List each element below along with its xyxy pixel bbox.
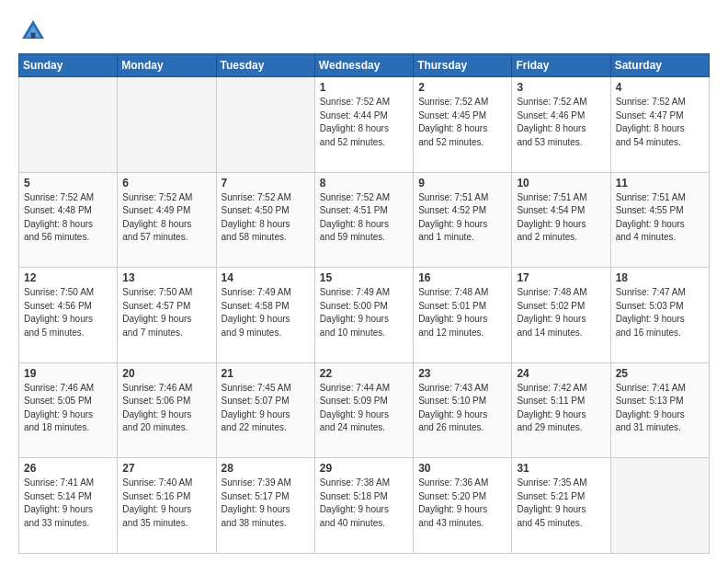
cell-content: Sunrise: 7:42 AM Sunset: 5:11 PM Dayligh…: [517, 382, 605, 435]
weekday-header-wednesday: Wednesday: [314, 54, 413, 77]
cell-content: Sunrise: 7:38 AM Sunset: 5:18 PM Dayligh…: [320, 477, 408, 530]
cell-content: Sunrise: 7:52 AM Sunset: 4:47 PM Dayligh…: [616, 96, 704, 149]
cell-content: Sunrise: 7:51 AM Sunset: 4:52 PM Dayligh…: [418, 191, 506, 245]
day-number: 12: [24, 271, 112, 284]
cell-content: Sunrise: 7:50 AM Sunset: 4:57 PM Dayligh…: [122, 286, 210, 339]
cell-content: Sunrise: 7:49 AM Sunset: 4:58 PM Dayligh…: [222, 286, 310, 339]
calendar-cell: 24Sunrise: 7:42 AM Sunset: 5:11 PM Dayli…: [512, 362, 610, 458]
calendar-cell: 13Sunrise: 7:50 AM Sunset: 4:57 PM Dayli…: [118, 268, 216, 363]
day-number: 29: [320, 462, 408, 475]
day-number: 7: [222, 177, 310, 190]
cell-content: Sunrise: 7:52 AM Sunset: 4:48 PM Dayligh…: [24, 191, 112, 245]
day-number: 4: [616, 81, 704, 94]
cell-content: Sunrise: 7:40 AM Sunset: 5:16 PM Dayligh…: [122, 477, 210, 530]
cell-content: Sunrise: 7:46 AM Sunset: 5:05 PM Dayligh…: [24, 382, 112, 435]
day-number: 20: [122, 367, 210, 380]
calendar-cell: [610, 458, 709, 554]
calendar-cell: 3Sunrise: 7:52 AM Sunset: 4:46 PM Daylig…: [512, 77, 610, 173]
cell-content: Sunrise: 7:49 AM Sunset: 5:00 PM Dayligh…: [320, 286, 408, 339]
weekday-header-sunday: Sunday: [19, 54, 118, 77]
day-number: 14: [222, 271, 310, 284]
calendar-cell: 16Sunrise: 7:48 AM Sunset: 5:01 PM Dayli…: [414, 268, 512, 363]
day-number: 25: [616, 367, 704, 380]
cell-content: Sunrise: 7:44 AM Sunset: 5:09 PM Dayligh…: [320, 382, 408, 435]
calendar-cell: 23Sunrise: 7:43 AM Sunset: 5:10 PM Dayli…: [414, 362, 512, 458]
calendar-cell: 28Sunrise: 7:39 AM Sunset: 5:17 PM Dayli…: [216, 458, 314, 554]
calendar-cell: 31Sunrise: 7:35 AM Sunset: 5:21 PM Dayli…: [512, 458, 610, 554]
cell-content: Sunrise: 7:50 AM Sunset: 4:56 PM Dayligh…: [24, 286, 112, 339]
day-number: 13: [122, 271, 210, 284]
cell-content: Sunrise: 7:52 AM Sunset: 4:46 PM Dayligh…: [517, 96, 605, 149]
day-number: 19: [24, 367, 112, 380]
calendar-cell: 4Sunrise: 7:52 AM Sunset: 4:47 PM Daylig…: [610, 77, 709, 173]
cell-content: Sunrise: 7:52 AM Sunset: 4:49 PM Dayligh…: [122, 191, 210, 245]
calendar-cell: 10Sunrise: 7:51 AM Sunset: 4:54 PM Dayli…: [512, 172, 610, 268]
calendar-cell: 25Sunrise: 7:41 AM Sunset: 5:13 PM Dayli…: [610, 362, 709, 458]
calendar-table: SundayMondayTuesdayWednesdayThursdayFrid…: [18, 53, 710, 554]
calendar-cell: 5Sunrise: 7:52 AM Sunset: 4:48 PM Daylig…: [19, 172, 118, 268]
day-number: 17: [517, 271, 605, 284]
calendar-cell: 27Sunrise: 7:40 AM Sunset: 5:16 PM Dayli…: [118, 458, 216, 554]
calendar-cell: 29Sunrise: 7:38 AM Sunset: 5:18 PM Dayli…: [314, 458, 413, 554]
calendar-cell: 6Sunrise: 7:52 AM Sunset: 4:49 PM Daylig…: [118, 172, 216, 268]
header: [18, 17, 710, 46]
week-row-4: 19Sunrise: 7:46 AM Sunset: 5:05 PM Dayli…: [19, 362, 710, 458]
calendar-cell: 22Sunrise: 7:44 AM Sunset: 5:09 PM Dayli…: [314, 362, 413, 458]
day-number: 28: [222, 462, 310, 475]
cell-content: Sunrise: 7:48 AM Sunset: 5:01 PM Dayligh…: [418, 286, 506, 339]
calendar-cell: 15Sunrise: 7:49 AM Sunset: 5:00 PM Dayli…: [314, 268, 413, 363]
cell-content: Sunrise: 7:52 AM Sunset: 4:44 PM Dayligh…: [320, 96, 408, 149]
calendar-cell: 12Sunrise: 7:50 AM Sunset: 4:56 PM Dayli…: [19, 268, 118, 363]
weekday-header-tuesday: Tuesday: [216, 54, 314, 77]
cell-content: Sunrise: 7:41 AM Sunset: 5:13 PM Dayligh…: [616, 382, 704, 435]
day-number: 5: [24, 177, 112, 190]
calendar-cell: 1Sunrise: 7:52 AM Sunset: 4:44 PM Daylig…: [314, 77, 413, 173]
cell-content: Sunrise: 7:51 AM Sunset: 4:55 PM Dayligh…: [616, 191, 704, 245]
day-number: 9: [418, 177, 506, 190]
cell-content: Sunrise: 7:52 AM Sunset: 4:45 PM Dayligh…: [418, 96, 506, 149]
page: SundayMondayTuesdayWednesdayThursdayFrid…: [0, 0, 728, 563]
day-number: 18: [616, 271, 704, 284]
cell-content: Sunrise: 7:47 AM Sunset: 5:03 PM Dayligh…: [616, 286, 704, 339]
week-row-5: 26Sunrise: 7:41 AM Sunset: 5:14 PM Dayli…: [19, 458, 710, 554]
weekday-header-thursday: Thursday: [414, 54, 512, 77]
cell-content: Sunrise: 7:35 AM Sunset: 5:21 PM Dayligh…: [517, 477, 605, 530]
day-number: 21: [222, 367, 310, 380]
svg-rect-2: [31, 33, 36, 39]
logo-icon: [18, 17, 48, 46]
cell-content: Sunrise: 7:52 AM Sunset: 4:50 PM Dayligh…: [222, 191, 310, 245]
calendar-cell: 2Sunrise: 7:52 AM Sunset: 4:45 PM Daylig…: [414, 77, 512, 173]
weekday-header-monday: Monday: [118, 54, 216, 77]
weekday-header-friday: Friday: [512, 54, 610, 77]
day-number: 15: [320, 271, 408, 284]
calendar-cell: [19, 77, 118, 173]
cell-content: Sunrise: 7:45 AM Sunset: 5:07 PM Dayligh…: [222, 382, 310, 435]
calendar-cell: 8Sunrise: 7:52 AM Sunset: 4:51 PM Daylig…: [314, 172, 413, 268]
calendar-cell: 9Sunrise: 7:51 AM Sunset: 4:52 PM Daylig…: [414, 172, 512, 268]
cell-content: Sunrise: 7:52 AM Sunset: 4:51 PM Dayligh…: [320, 191, 408, 245]
week-row-2: 5Sunrise: 7:52 AM Sunset: 4:48 PM Daylig…: [19, 172, 710, 268]
day-number: 23: [418, 367, 506, 380]
calendar-cell: 26Sunrise: 7:41 AM Sunset: 5:14 PM Dayli…: [19, 458, 118, 554]
day-number: 10: [517, 177, 605, 190]
day-number: 27: [122, 462, 210, 475]
day-number: 11: [616, 177, 704, 190]
cell-content: Sunrise: 7:39 AM Sunset: 5:17 PM Dayligh…: [222, 477, 310, 530]
calendar-cell: 14Sunrise: 7:49 AM Sunset: 4:58 PM Dayli…: [216, 268, 314, 363]
day-number: 16: [418, 271, 506, 284]
calendar-cell: [216, 77, 314, 173]
calendar-cell: 21Sunrise: 7:45 AM Sunset: 5:07 PM Dayli…: [216, 362, 314, 458]
calendar-cell: 30Sunrise: 7:36 AM Sunset: 5:20 PM Dayli…: [414, 458, 512, 554]
day-number: 30: [418, 462, 506, 475]
logo: [18, 17, 51, 46]
day-number: 8: [320, 177, 408, 190]
day-number: 1: [320, 81, 408, 94]
weekday-header-saturday: Saturday: [610, 54, 709, 77]
cell-content: Sunrise: 7:51 AM Sunset: 4:54 PM Dayligh…: [517, 191, 605, 245]
cell-content: Sunrise: 7:43 AM Sunset: 5:10 PM Dayligh…: [418, 382, 506, 435]
calendar-cell: 20Sunrise: 7:46 AM Sunset: 5:06 PM Dayli…: [118, 362, 216, 458]
calendar-cell: 19Sunrise: 7:46 AM Sunset: 5:05 PM Dayli…: [19, 362, 118, 458]
day-number: 31: [517, 462, 605, 475]
calendar-cell: [118, 77, 216, 173]
week-row-3: 12Sunrise: 7:50 AM Sunset: 4:56 PM Dayli…: [19, 268, 710, 363]
